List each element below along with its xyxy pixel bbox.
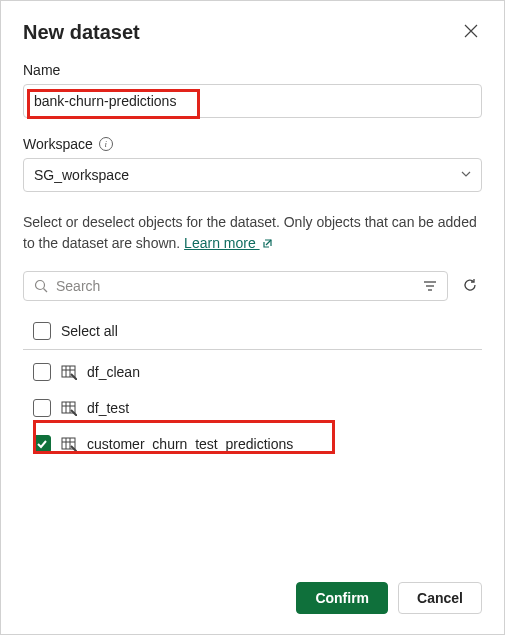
table-icon — [61, 364, 77, 380]
workspace-select[interactable]: SG_workspace — [23, 158, 482, 192]
check-icon — [36, 438, 48, 450]
search-row — [23, 271, 482, 301]
item-label: customer_churn_test_predictions — [87, 436, 293, 452]
cancel-button[interactable]: Cancel — [398, 582, 482, 614]
dialog-title: New dataset — [23, 21, 140, 44]
search-icon — [34, 279, 48, 293]
dialog-header: New dataset — [23, 21, 482, 44]
new-dataset-dialog: New dataset Name Workspace i SG_workspac… — [1, 1, 504, 634]
info-icon[interactable]: i — [99, 137, 113, 151]
item-label: df_clean — [87, 364, 140, 380]
table-icon — [61, 436, 77, 452]
external-link-icon — [262, 236, 274, 252]
learn-more-link[interactable]: Learn more — [184, 235, 259, 251]
select-all-row[interactable]: Select all — [23, 313, 482, 350]
dialog-footer: Confirm Cancel — [23, 568, 482, 614]
workspace-label-row: Workspace i — [23, 136, 482, 152]
confirm-button[interactable]: Confirm — [296, 582, 388, 614]
close-button[interactable] — [460, 21, 482, 43]
object-list: Select all df_clean df_test customer_chu… — [23, 313, 482, 462]
filter-icon[interactable] — [423, 279, 437, 293]
name-label-row: Name — [23, 62, 482, 78]
table-icon — [61, 400, 77, 416]
list-item[interactable]: df_test — [23, 390, 482, 426]
item-checkbox[interactable] — [33, 435, 51, 453]
name-input[interactable] — [23, 84, 482, 118]
refresh-icon — [462, 277, 478, 293]
refresh-button[interactable] — [458, 273, 482, 300]
search-box[interactable] — [23, 271, 448, 301]
list-item[interactable]: df_clean — [23, 354, 482, 390]
select-all-checkbox[interactable] — [33, 322, 51, 340]
search-input[interactable] — [56, 278, 415, 294]
item-checkbox[interactable] — [33, 363, 51, 381]
workspace-select-button[interactable]: SG_workspace — [23, 158, 482, 192]
close-icon — [464, 24, 478, 38]
list-item[interactable]: customer_churn_test_predictions — [23, 426, 482, 462]
name-label: Name — [23, 62, 60, 78]
item-checkbox[interactable] — [33, 399, 51, 417]
svg-point-0 — [36, 281, 45, 290]
helper-text: Select or deselect objects for the datas… — [23, 212, 482, 255]
item-label: df_test — [87, 400, 129, 416]
select-all-label: Select all — [61, 323, 118, 339]
workspace-label: Workspace — [23, 136, 93, 152]
